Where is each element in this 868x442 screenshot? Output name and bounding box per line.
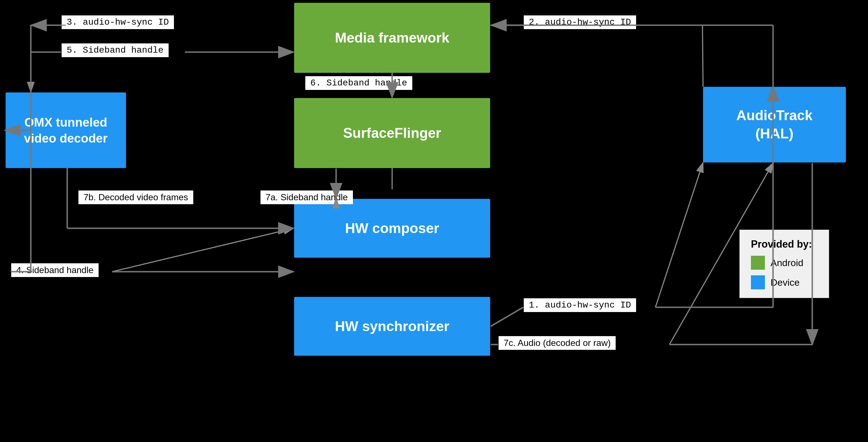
hw-composer-block: HW composer (294, 199, 490, 258)
legend-device: Device (751, 275, 817, 289)
label-5-sideband: 5. Sideband handle (62, 43, 168, 57)
label-6-sideband: 6. Sideband handle (305, 76, 412, 90)
svg-line-8 (703, 25, 703, 87)
audiotrack-label: AudioTrack (HAL) (736, 106, 812, 143)
surface-flinger-block: SurfaceFlinger (294, 98, 490, 168)
legend-title: Provided by: (751, 239, 817, 250)
omx-decoder-label: OMX tunneled video decoder (24, 114, 107, 146)
surface-flinger-label: SurfaceFlinger (343, 125, 441, 141)
legend-android: Android (751, 256, 817, 270)
audiotrack-block: AudioTrack (HAL) (703, 87, 846, 162)
legend: Provided by: Android Device (739, 230, 829, 298)
media-framework-block: Media framework (294, 3, 490, 73)
svg-line-21 (491, 307, 523, 326)
legend-android-label: Android (771, 257, 803, 269)
label-7a-sideband: 7a. Sideband handle (260, 190, 353, 204)
svg-line-42 (491, 307, 523, 326)
svg-line-20 (112, 228, 293, 272)
label-2-audio-hw-sync: 2. audio-hw-sync ID (524, 15, 636, 29)
hw-synchronizer-block: HW synchronizer (294, 297, 490, 356)
label-4-sideband: 4. Sideband handle (11, 263, 99, 277)
legend-android-color (751, 256, 765, 270)
legend-device-label: Device (771, 277, 800, 288)
legend-device-color (751, 275, 765, 289)
svg-line-22 (655, 162, 703, 307)
label-7b-decoded: 7b. Decoded video frames (79, 190, 193, 204)
omx-decoder-block: OMX tunneled video decoder (6, 92, 126, 168)
hw-composer-label: HW composer (345, 220, 439, 236)
media-framework-label: Media framework (335, 30, 449, 46)
label-7c-audio: 7c. Audio (decoded or raw) (499, 336, 616, 350)
label-1-audio-hw-sync: 1. audio-hw-sync ID (524, 298, 636, 312)
label-3-audio-hw-sync: 3. audio-hw-sync ID (62, 15, 174, 29)
hw-synchronizer-label: HW synchronizer (335, 318, 449, 335)
